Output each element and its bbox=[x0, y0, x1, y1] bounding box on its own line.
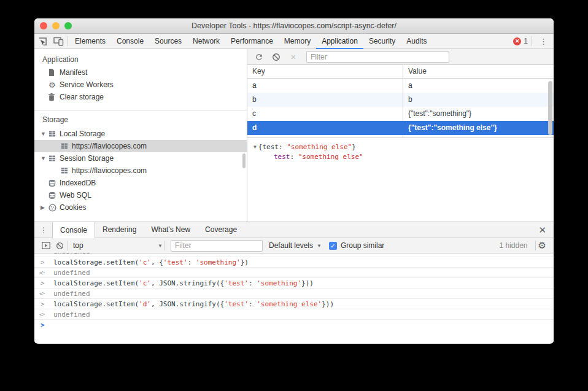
application-sidebar: Application Manifest⚙Service WorkersClea… bbox=[34, 49, 247, 222]
sidebar-item-service-workers[interactable]: ⚙Service Workers bbox=[34, 79, 247, 91]
divider bbox=[68, 36, 68, 46]
table-header: Key Value bbox=[247, 65, 554, 79]
column-header-value[interactable]: Value bbox=[403, 65, 554, 78]
tab-memory[interactable]: Memory bbox=[279, 34, 316, 49]
key-value-table: Key Value aabbc{"test":"something"}d{"te… bbox=[247, 65, 554, 137]
console-settings-gear-icon[interactable]: ⚙ bbox=[537, 240, 554, 251]
value-preview-pane: ▼{test: "something else"} test: "somethi… bbox=[247, 137, 554, 222]
drawer-tab-console[interactable]: Console bbox=[52, 222, 95, 238]
cell-value: b bbox=[403, 93, 554, 107]
tab-network[interactable]: Network bbox=[187, 34, 225, 49]
preview-segment: 'c' bbox=[139, 279, 151, 287]
column-header-key[interactable]: Key bbox=[247, 65, 403, 78]
hidden-count: 1 hidden bbox=[500, 241, 528, 250]
refresh-icon[interactable] bbox=[252, 50, 266, 64]
sidebar-item-label: Manifest bbox=[60, 68, 87, 77]
storage-filter-input[interactable] bbox=[306, 51, 449, 63]
sidebar-item-label: Clear storage bbox=[60, 93, 104, 101]
drawer-tab-what-s-new[interactable]: What's New bbox=[144, 222, 198, 238]
error-badge[interactable]: ✕ 1 bbox=[513, 37, 528, 45]
error-icon: ✕ bbox=[513, 37, 521, 45]
close-drawer-icon[interactable]: ✕ bbox=[531, 225, 554, 236]
console-command[interactable]: >localStorage.setItem('d', JSON.stringif… bbox=[34, 299, 554, 309]
delete-selected-icon[interactable]: × bbox=[287, 50, 300, 64]
preview-segment: })) bbox=[322, 300, 334, 308]
drawer-tab-coverage[interactable]: Coverage bbox=[198, 222, 244, 238]
tab-audits[interactable]: Audits bbox=[401, 34, 432, 49]
table-row-b[interactable]: bb bbox=[247, 93, 554, 107]
sidebar-item-clear-storage[interactable]: Clear storage bbox=[34, 91, 247, 103]
console-filter-input[interactable] bbox=[171, 240, 263, 252]
table-filler bbox=[247, 135, 554, 137]
drawer-tabs: ConsoleRenderingWhat's NewCoverage bbox=[52, 222, 244, 238]
tree-item-local-storage[interactable]: ▼Local Storage bbox=[34, 128, 247, 140]
chevron-down-icon[interactable]: ▼ bbox=[41, 131, 48, 137]
cell-key: d bbox=[247, 121, 403, 135]
cell-key: b bbox=[247, 93, 403, 107]
cell-value: a bbox=[403, 79, 554, 93]
table-scrollbar-thumb[interactable] bbox=[548, 81, 552, 135]
console-sidebar-toggle-icon[interactable] bbox=[39, 239, 53, 252]
clear-console-icon[interactable] bbox=[53, 239, 66, 252]
preview-segment: : bbox=[188, 258, 196, 266]
log-levels-select[interactable]: Default levels ▼ bbox=[269, 241, 322, 250]
tree-item-indexeddb[interactable]: IndexedDB bbox=[34, 177, 247, 189]
cookie-icon bbox=[48, 204, 60, 212]
tab-security[interactable]: Security bbox=[363, 34, 401, 49]
tab-performance[interactable]: Performance bbox=[225, 34, 279, 49]
tree-item-label: Local Storage bbox=[60, 130, 105, 138]
group-similar-checkbox[interactable]: ✓ bbox=[329, 242, 337, 250]
local-storage-panel: × Key Value aabbc{"test":"something"}d{"… bbox=[247, 49, 554, 222]
console-toolbar: top ▼ Default levels ▼ ✓ Group similar 1… bbox=[34, 238, 554, 254]
sidebar-scrollbar-thumb[interactable] bbox=[242, 153, 246, 168]
preview-segment: 'something else' bbox=[257, 300, 322, 308]
chevron-down-icon[interactable]: ▼ bbox=[41, 155, 48, 161]
chevron-down-icon[interactable]: ▼ bbox=[253, 144, 257, 150]
preview-segment: , { bbox=[151, 258, 163, 266]
device-toolbar-icon[interactable] bbox=[50, 34, 66, 48]
preview-summary[interactable]: ▼{test: "something else"} bbox=[253, 142, 554, 152]
main-menu-kebab-icon[interactable]: ⋮ bbox=[533, 37, 554, 46]
inspect-element-icon[interactable] bbox=[34, 34, 50, 48]
drawer-menu-kebab-icon[interactable]: ⋮ bbox=[34, 226, 52, 234]
sidebar-item-manifest[interactable]: Manifest bbox=[34, 66, 247, 79]
tree-item-https-flaviocopes-com[interactable]: https://flaviocopes.com bbox=[34, 165, 247, 177]
table-rows: aabbc{"test":"something"}d{"test":"somet… bbox=[247, 79, 554, 135]
preview-property: test: "something else" bbox=[253, 152, 554, 162]
execution-context-select[interactable]: top ▼ bbox=[69, 241, 163, 250]
devtools-window: Developer Tools - https://flaviocopes.co… bbox=[34, 18, 554, 344]
preview-segment: 'test' bbox=[224, 279, 249, 287]
tab-elements[interactable]: Elements bbox=[69, 34, 111, 49]
table-row-d[interactable]: d{"test":"something else"} bbox=[247, 121, 554, 135]
table-row-a[interactable]: aa bbox=[247, 79, 554, 93]
console-command[interactable]: >localStorage.setItem('c', JSON.stringif… bbox=[34, 278, 554, 288]
console-result: <·undefined bbox=[34, 309, 554, 320]
drawer-tab-rendering[interactable]: Rendering bbox=[95, 222, 144, 238]
tab-sources[interactable]: Sources bbox=[149, 34, 187, 49]
tab-console[interactable]: Console bbox=[111, 34, 149, 49]
preview-segment: "something else" bbox=[298, 153, 363, 161]
divider bbox=[532, 36, 532, 46]
console-prompt[interactable]: > bbox=[34, 320, 554, 330]
devtools-tab-bar: ElementsConsoleSourcesNetworkPerformance… bbox=[34, 34, 554, 49]
console-command[interactable]: >localStorage.setItem('c', {'test': 'som… bbox=[34, 257, 554, 268]
preview-segment: 'test' bbox=[163, 258, 188, 266]
console-log[interactable]: <·undefined>localStorage.setItem('c', {'… bbox=[34, 254, 554, 343]
preview-segment: test bbox=[274, 153, 290, 161]
console-drawer: ⋮ ConsoleRenderingWhat's NewCoverage ✕ t… bbox=[34, 222, 554, 343]
chevron-right-icon[interactable]: ▶ bbox=[41, 204, 48, 211]
tab-application[interactable]: Application bbox=[316, 34, 363, 49]
tree-item-label: https://flaviocopes.com bbox=[72, 142, 147, 150]
console-result: <·undefined bbox=[34, 268, 554, 278]
grid-icon bbox=[48, 155, 60, 162]
table-row-c[interactable]: c{"test":"something"} bbox=[247, 107, 554, 121]
sidebar-section-storage: Storage bbox=[34, 110, 247, 128]
tree-item-session-storage[interactable]: ▼Session Storage bbox=[34, 152, 247, 165]
tree-item-https-flaviocopes-com[interactable]: https://flaviocopes.com bbox=[34, 140, 247, 152]
output-chevron-icon: <· bbox=[39, 288, 45, 299]
tree-item-label: Cookies bbox=[60, 203, 86, 212]
sidebar-item-label: Service Workers bbox=[60, 80, 114, 89]
tree-item-cookies[interactable]: ▶Cookies bbox=[34, 201, 247, 214]
clear-storage-icon[interactable] bbox=[269, 50, 283, 64]
tree-item-web-sql[interactable]: Web SQL bbox=[34, 189, 247, 201]
